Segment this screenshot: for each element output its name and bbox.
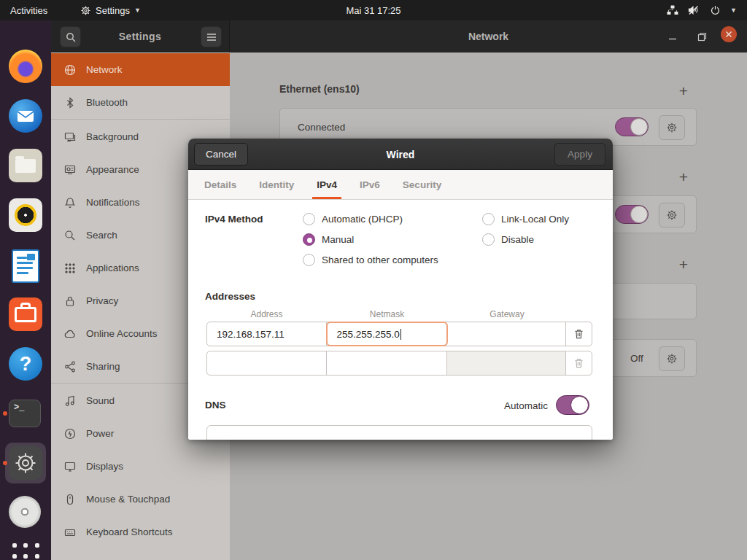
- dialog-tabbar: Details Identity IPv4 IPv6 Security: [188, 170, 613, 200]
- dns-servers-field[interactable]: [206, 425, 592, 440]
- sidebar-item-label: Power: [86, 428, 114, 439]
- tab-details[interactable]: Details: [204, 170, 236, 199]
- clock-button[interactable]: Mai 31 17:25: [338, 0, 408, 20]
- sidebar-item-keyboard-shortcuts[interactable]: Keyboard Shortcuts: [51, 516, 230, 548]
- dock-item-files[interactable]: [9, 149, 42, 182]
- close-button[interactable]: [721, 26, 737, 42]
- share-icon: [64, 361, 76, 373]
- dialog-titlebar[interactable]: Wired Cancel Apply: [188, 139, 613, 170]
- delete-address-button-2[interactable]: [566, 351, 592, 375]
- netmask-field[interactable]: 255.255.255.0: [327, 322, 446, 346]
- dock-item-libreoffice-writer[interactable]: [9, 248, 42, 281]
- address-field-2[interactable]: [207, 351, 327, 375]
- trash-icon: [573, 357, 584, 369]
- cancel-button[interactable]: Cancel: [194, 143, 248, 166]
- dock-item-help[interactable]: [9, 347, 42, 381]
- radio-manual[interactable]: Manual: [303, 233, 354, 246]
- dns-automatic-label: Automatic: [465, 400, 548, 411]
- ethernet-options-button[interactable]: [659, 115, 685, 140]
- sidebar-item-mouse-touchpad[interactable]: Mouse & Touchpad: [51, 483, 230, 516]
- delete-address-button[interactable]: [566, 322, 592, 346]
- dock-item-settings[interactable]: [9, 446, 42, 480]
- chevron-down-icon: ▼: [134, 7, 141, 14]
- clock-label: Mai 31 17:25: [346, 5, 400, 16]
- hamburger-menu-icon: [206, 33, 217, 42]
- search-icon: [64, 230, 76, 241]
- dock-item-rhythmbox[interactable]: [9, 198, 42, 232]
- address-row-2: [206, 351, 592, 376]
- netmask-column-header: Netmask: [327, 309, 447, 319]
- sidebar-item-printers[interactable]: Printers: [51, 548, 230, 560]
- appearance-icon: [64, 164, 76, 176]
- network-wired-icon: [667, 5, 678, 15]
- power-icon: [710, 5, 721, 16]
- system-status-menu[interactable]: ▼: [659, 0, 744, 20]
- radio-shared[interactable]: Shared to other computers: [303, 253, 438, 266]
- tab-ipv6[interactable]: IPv6: [360, 170, 380, 199]
- ipv4-page: IPv4 Method Automatic (DHCP) Manual Shar…: [188, 200, 613, 440]
- restore-button[interactable]: [693, 28, 711, 45]
- bluetooth-icon: [64, 97, 76, 109]
- files-icon: [9, 149, 42, 182]
- dock-item-terminal[interactable]: [9, 397, 42, 430]
- ethernet-toggle[interactable]: [615, 117, 649, 136]
- text-caret: [400, 329, 401, 340]
- dock-item-firefox[interactable]: [9, 50, 42, 83]
- sidebar-item-bluetooth[interactable]: Bluetooth: [51, 86, 230, 119]
- proxy-options-button[interactable]: [659, 346, 685, 371]
- dock-item-disc[interactable]: [9, 496, 42, 529]
- dns-automatic-toggle[interactable]: [556, 395, 589, 415]
- radio-label: Disable: [501, 234, 534, 245]
- address-field[interactable]: 192.168.157.11: [207, 322, 327, 346]
- sidebar-item-label: Notifications: [86, 197, 140, 208]
- radio-link-local[interactable]: Link-Local Only: [482, 212, 569, 225]
- dock-item-thunderbird[interactable]: [9, 99, 42, 133]
- sidebar-separator: [51, 119, 230, 120]
- gear-icon: [80, 5, 91, 16]
- radio-icon: [482, 213, 495, 225]
- tab-ipv4[interactable]: IPv4: [317, 170, 337, 199]
- proxy-status-label: Off: [630, 353, 643, 364]
- address-row-1: 192.168.157.11 255.255.255.0: [206, 322, 592, 346]
- add-ethernet-profile-button-2[interactable]: +: [676, 170, 691, 184]
- ipv4-method-label: IPv4 Method: [205, 214, 263, 225]
- dock-item-ubuntu-software[interactable]: [9, 298, 42, 331]
- sidebar-item-displays[interactable]: Displays: [51, 450, 230, 483]
- activities-button[interactable]: Activities: [3, 0, 55, 20]
- sidebar-header: Settings: [51, 20, 230, 52]
- netmask-value: 255.255.255.0: [336, 329, 399, 340]
- netmask-field-2[interactable]: [327, 351, 446, 375]
- radio-disable[interactable]: Disable: [482, 233, 534, 246]
- disc-icon: [9, 496, 41, 528]
- add-vpn-button[interactable]: +: [676, 257, 691, 272]
- gateway-field[interactable]: [447, 322, 566, 346]
- app-menu-button[interactable]: Settings ▼: [73, 0, 148, 20]
- ubuntu-software-icon: [9, 298, 42, 331]
- sidebar-item-label: Network: [86, 64, 123, 75]
- settings-running-dot: [3, 461, 7, 465]
- grid-icon: [64, 262, 76, 274]
- ethernet-options-button-2[interactable]: [659, 203, 685, 228]
- ethernet-toggle-2[interactable]: [615, 205, 649, 224]
- power-icon: [64, 428, 76, 440]
- gateway-column-header: Gateway: [447, 309, 567, 319]
- search-button[interactable]: [60, 26, 81, 47]
- primary-menu-button[interactable]: [201, 26, 222, 47]
- minimize-button[interactable]: [664, 28, 681, 45]
- sidebar-item-network[interactable]: Network: [51, 53, 230, 86]
- sidebar-item-label: Sound: [86, 395, 115, 406]
- add-ethernet-profile-button[interactable]: +: [676, 84, 691, 98]
- globe-icon: [64, 64, 76, 76]
- radio-label: Link-Local Only: [501, 214, 569, 225]
- music-note-icon: [64, 395, 76, 407]
- address-column-header: Address: [206, 309, 327, 319]
- libreoffice-writer-icon: [12, 249, 39, 283]
- lock-icon: [64, 295, 76, 307]
- radio-automatic-dhcp[interactable]: Automatic (DHCP): [303, 212, 403, 225]
- tab-identity[interactable]: Identity: [259, 170, 294, 199]
- tab-security[interactable]: Security: [403, 170, 441, 199]
- apply-button[interactable]: Apply: [554, 143, 605, 166]
- dock-item-show-applications[interactable]: [9, 540, 42, 560]
- window-titlebar[interactable]: Network: [230, 20, 747, 52]
- display-icon: [64, 461, 76, 472]
